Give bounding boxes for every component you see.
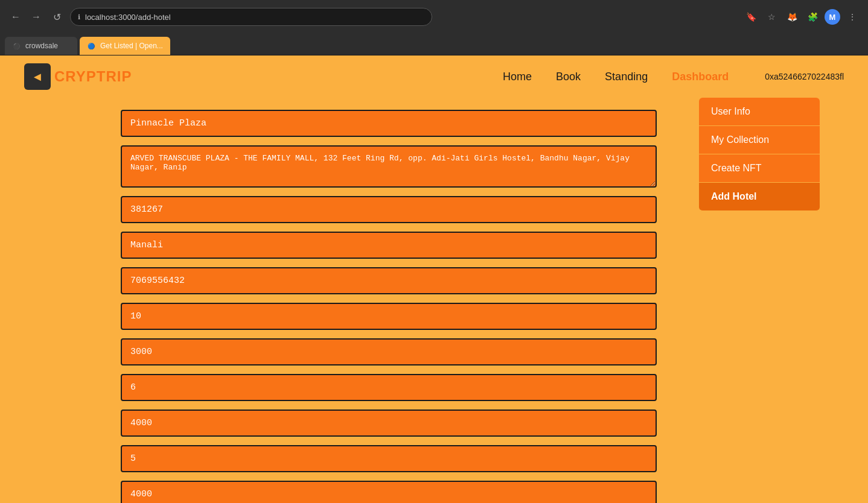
star-icon[interactable]: ☆ <box>763 8 780 25</box>
menu-icon[interactable]: ⋮ <box>844 8 861 25</box>
browser-actions: 🔖 ☆ 🦊 🧩 M ⋮ <box>742 8 861 25</box>
hotel-name-input[interactable] <box>121 110 657 137</box>
nav-book[interactable]: Book <box>556 71 581 83</box>
address-bar[interactable]: ℹ localhost:3000/add-hotel <box>70 8 432 26</box>
nav-standing[interactable]: Standing <box>605 71 648 83</box>
sidebar-item-my-collection[interactable]: My Collection <box>699 126 820 154</box>
price-standard-input[interactable] <box>121 338 657 365</box>
tab-getlisted-favicon: 🔵 <box>87 42 95 50</box>
back-button[interactable]: ← <box>7 8 24 25</box>
url-text: localhost:3000/add-hotel <box>85 13 171 22</box>
navbar: CRYPTRIP Home Book Standing Dashboard 0x… <box>0 55 868 98</box>
security-icon: ℹ <box>78 13 80 21</box>
extension-fox-icon[interactable]: 🦊 <box>783 8 800 25</box>
app-container: CRYPTRIP Home Book Standing Dashboard 0x… <box>0 55 868 503</box>
phone-input[interactable] <box>121 267 657 294</box>
tab-crowdsale-favicon: ⚫ <box>12 42 21 50</box>
logo[interactable]: CRYPTRIP <box>24 63 132 90</box>
logo-icon <box>24 63 51 90</box>
tab-getlisted-label: Get Listed | Open... <box>100 42 163 50</box>
address-textarea[interactable] <box>121 145 657 188</box>
sidebar-item-create-nft[interactable]: Create NFT <box>699 154 820 183</box>
logo-text: CRYPTRIP <box>54 68 132 85</box>
rooms-suite-input[interactable] <box>121 445 657 472</box>
sidebar-item-add-hotel[interactable]: Add Hotel <box>699 183 820 211</box>
tab-getlisted[interactable]: 🔵 Get Listed | Open... <box>80 37 170 55</box>
rooms-standard-input[interactable] <box>121 303 657 330</box>
city-input[interactable] <box>121 232 657 259</box>
sidebar-item-user-info[interactable]: User Info <box>699 98 820 126</box>
bookmark-icon[interactable]: 🔖 <box>742 8 759 25</box>
rooms-deluxe-input[interactable] <box>121 374 657 401</box>
tab-crowdsale[interactable]: ⚫ crowdsale <box>5 37 77 55</box>
pincode-input[interactable] <box>121 196 657 223</box>
browser-chrome: ← → ↺ ℹ localhost:3000/add-hotel 🔖 ☆ 🦊 🧩… <box>0 0 868 34</box>
nav-dashboard[interactable]: Dashboard <box>672 71 729 83</box>
wallet-address: 0xa5246627022483fl <box>765 72 844 81</box>
extensions-icon[interactable]: 🧩 <box>804 8 821 25</box>
nav-links: Home Book Standing Dashboard 0xa52466270… <box>503 71 844 83</box>
price-suite-input[interactable] <box>121 481 657 503</box>
profile-avatar[interactable]: M <box>825 9 840 25</box>
sidebar: User Info My Collection Create NFT Add H… <box>699 98 820 211</box>
browser-nav-buttons: ← → ↺ <box>7 8 65 25</box>
tab-crowdsale-label: crowdsale <box>25 42 58 50</box>
reload-button[interactable]: ↺ <box>48 8 65 25</box>
nav-home[interactable]: Home <box>503 71 532 83</box>
price-deluxe-input[interactable] <box>121 410 657 437</box>
tabs-bar: ⚫ crowdsale 🔵 Get Listed | Open... <box>0 34 868 55</box>
forward-button[interactable]: → <box>28 8 45 25</box>
